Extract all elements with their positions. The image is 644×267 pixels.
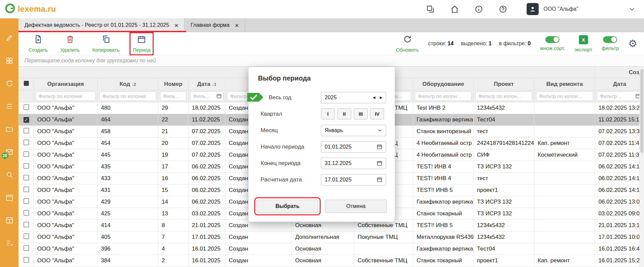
select-button[interactable]: Выбрать [257,200,318,213]
cell-equipment: Станок токарный [413,208,474,220]
cell-org: ООО "Альфа" [34,196,98,208]
row-checkbox[interactable] [23,210,29,216]
tab-main-form[interactable]: Главная форма × [184,18,245,32]
row-checkbox[interactable] [23,186,29,192]
quarter-button-II[interactable]: II [337,108,351,119]
app-window-icon[interactable] [426,5,435,13]
row-checkbox[interactable] [23,233,29,239]
column-header-8[interactable]: Проект [474,78,534,90]
multisort-toggle[interactable]: множ.сорт. [540,36,565,51]
cancel-button[interactable]: Отмена [325,200,387,213]
year-prev-icon[interactable]: ◀ [373,96,376,99]
calendar-sidebar-icon[interactable] [5,194,13,202]
mail-badge: 28 [1,152,9,160]
row-checkbox[interactable] [23,104,29,110]
cell-project: Тест04 [474,243,534,255]
column-header-1[interactable]: Код↓2 [98,78,158,90]
sync-icon[interactable] [5,79,13,88]
filter-input-2[interactable] [160,91,186,101]
cell-code: 433 [98,173,158,184]
checklist-icon[interactable] [5,239,13,247]
chevron-down-icon[interactable] [629,6,635,12]
cell-num: 20 [158,138,189,149]
row-checkbox[interactable] [23,175,29,180]
cell-repair_type: Косметический [534,149,595,161]
row-checkbox[interactable] [23,128,29,134]
column-header-3[interactable]: Дата↓1 [189,78,225,90]
copy-button[interactable]: Копировать [92,35,119,53]
cell-org: ООО "Альфа" [34,126,98,138]
select-all-checkbox[interactable] [19,78,34,90]
column-header-9[interactable]: Вид ремонта [534,78,595,90]
row-checkbox[interactable] [23,140,29,145]
quarter-button-IV[interactable]: IV [370,108,384,119]
toggle-on-icon[interactable] [545,36,559,43]
year-next-icon[interactable]: ▶ [380,96,382,99]
row-checkbox[interactable] [23,151,29,157]
edit-icon[interactable] [5,34,13,42]
cell-code: 384 [98,255,158,267]
home-icon[interactable] [450,5,459,13]
help-icon[interactable] [498,5,507,13]
cell-code: 396 [98,243,158,255]
group-by-bar[interactable]: Перетащите сюда колонку для группировки … [18,55,644,66]
folder-icon[interactable] [5,125,13,133]
calc-date-input[interactable]: 17.01.2025 [321,174,386,185]
month-value: Январь [325,127,343,134]
close-icon[interactable]: × [235,22,238,29]
row-checkbox[interactable] [23,245,29,251]
lexema-logo-icon [5,3,15,15]
table-row[interactable]: ООО "Альфа"405717.01.2025СозданДополните… [19,231,644,243]
row-checkbox[interactable] [23,198,29,204]
mail-icon[interactable]: 28 [5,148,13,156]
filter-input-8[interactable] [475,91,532,101]
row-checkbox[interactable] [23,163,29,169]
filter-toggle[interactable]: фильтр [602,36,619,51]
quarter-button-I[interactable]: I [321,108,335,119]
gear-icon[interactable]: ⚙ [628,39,637,49]
period-end-input[interactable]: 31.12.2025 [321,158,386,169]
filter-input-1[interactable] [99,91,156,101]
quarter-button-III[interactable]: III [354,108,368,119]
delete-button[interactable]: Удалить [60,35,79,53]
cell-equipment: TEST!! ИНВ 5 [413,184,474,196]
apps-grid-icon[interactable] [5,57,13,65]
refresh-button[interactable]: Обновить [396,35,419,53]
column-header-10[interactable]: Дата [595,78,644,90]
close-icon[interactable]: × [174,22,178,29]
table-row[interactable]: ООО "Альфа"396416.01.2025СозданОсновнаяГ… [19,243,644,255]
create-button[interactable]: Создать [29,35,48,53]
period-button[interactable]: Период [132,35,151,53]
table-row[interactable]: ООО "Альфа"384216.01.2025СозданОсновнаяС… [19,255,644,267]
row-checkbox[interactable] [23,257,29,263]
month-select[interactable]: Январь [321,125,386,136]
logo[interactable]: lexema.ru [5,3,56,15]
column-header-2[interactable]: Номер [158,78,189,90]
toggle-on-icon[interactable] [603,36,617,43]
info-icon[interactable] [474,5,483,13]
row-checkbox[interactable] [23,222,29,227]
vertical-scrollbar[interactable] [639,66,644,267]
search-icon[interactable] [5,171,13,179]
column-header-0[interactable]: Организация [34,78,98,90]
tab-defect-registry[interactable]: Дефектная ведомость - Реестр от 01.01.20… [18,18,184,32]
calendar-icon[interactable] [216,93,222,100]
filter-input-9[interactable] [536,91,593,101]
rows-list-icon[interactable] [5,102,13,110]
scrollbar-thumb[interactable] [640,69,643,153]
export-button[interactable]: X экспорт [575,35,592,52]
filter-input-0[interactable] [36,91,96,101]
user-menu[interactable]: ООО "Альфа" [527,3,578,15]
cell-status: Создан [225,255,292,267]
logo-text: lexema.ru [18,4,56,14]
filter-input-7[interactable] [415,91,472,101]
row-checkbox[interactable]: ✓ [23,117,29,123]
data-table-icon[interactable] [5,216,13,224]
cell-org: ООО "Альфа" [34,243,98,255]
year-spinner[interactable]: 2025 ◀ ▶ [321,92,386,103]
period-start-input[interactable]: 01.01.2025 [321,141,386,153]
cell-project: СИФ [474,149,534,161]
excel-icon[interactable]: X [579,35,588,44]
column-header-7[interactable]: Оборудование [413,78,474,90]
year-row: Весь год 2025 ◀ ▶ [249,89,395,106]
